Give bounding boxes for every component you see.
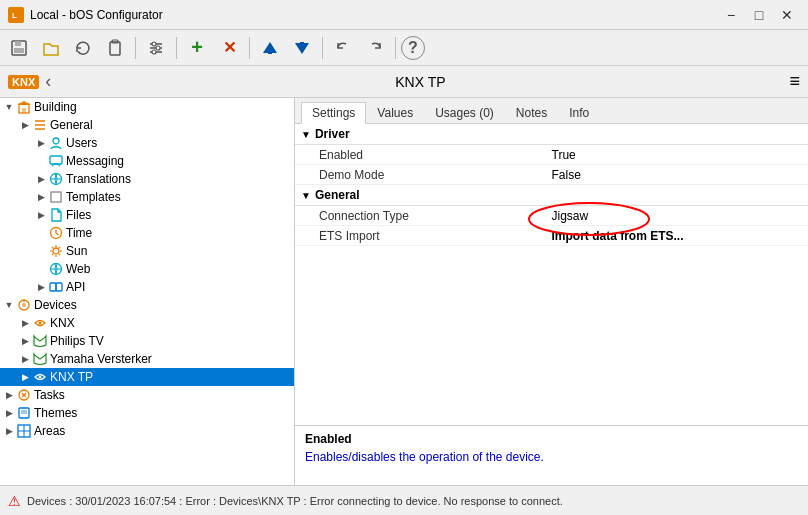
tree-item-knx[interactable]: ▶ KNX	[0, 314, 294, 332]
tree-toggle-knx[interactable]: ▶	[18, 316, 32, 330]
tab-settings[interactable]: Settings	[301, 102, 366, 124]
tree-item-philips[interactable]: ▶ Philips TV	[0, 332, 294, 350]
tree-item-yamaha[interactable]: ▶ Yamaha Versterker	[0, 350, 294, 368]
tree-toggle-users[interactable]: ▶	[34, 136, 48, 150]
tree-toggle-building[interactable]: ▼	[2, 100, 16, 114]
tree-item-translations[interactable]: ▶ Translations	[0, 170, 294, 188]
tree-toggle-files[interactable]: ▶	[34, 208, 48, 222]
add-button[interactable]: +	[182, 34, 212, 62]
tree-label-messaging: Messaging	[66, 154, 124, 168]
tree-item-web[interactable]: ▶ Web	[0, 260, 294, 278]
translations-icon	[48, 171, 64, 187]
svg-point-10	[152, 42, 156, 46]
users-icon	[48, 135, 64, 151]
tab-info[interactable]: Info	[558, 102, 600, 123]
tree-toggle-knxtp[interactable]: ▶	[18, 370, 32, 384]
areas-icon	[16, 423, 32, 439]
tree-item-knxtp[interactable]: ▶ KNX TP	[0, 368, 294, 386]
tab-usages[interactable]: Usages (0)	[424, 102, 505, 123]
tree-label-api: API	[66, 280, 85, 294]
tree-toggle-areas[interactable]: ▶	[2, 424, 16, 438]
tree-item-sun[interactable]: ▶ Sun	[0, 242, 294, 260]
driver-section-header[interactable]: ▼ Driver	[295, 124, 808, 145]
tree-item-areas[interactable]: ▶ Areas	[0, 422, 294, 440]
clipboard-button[interactable]	[100, 34, 130, 62]
prop-name-enabled: Enabled	[319, 148, 552, 162]
help-button[interactable]: ?	[401, 36, 425, 60]
svg-rect-5	[110, 42, 120, 55]
minimize-button[interactable]: −	[718, 5, 744, 25]
svg-rect-18	[22, 108, 26, 113]
toolbar: + ✕ ?	[0, 30, 808, 66]
tree-item-templates[interactable]: ▶ Templates	[0, 188, 294, 206]
yamaha-icon	[32, 351, 48, 367]
svg-text:L: L	[12, 11, 17, 20]
tree-item-files[interactable]: ▶ Files	[0, 206, 294, 224]
svg-rect-14	[268, 49, 272, 54]
back-button[interactable]: ‹	[45, 71, 51, 92]
tree-label-devices: Devices	[34, 298, 77, 312]
knx-logo: KNX	[8, 75, 39, 89]
tree-item-tasks[interactable]: ▶ Tasks	[0, 386, 294, 404]
prop-row-connection[interactable]: Connection Type Jigsaw	[295, 206, 808, 226]
tree-toggle-general[interactable]: ▶	[18, 118, 32, 132]
svg-point-12	[152, 50, 156, 54]
svg-rect-4	[14, 48, 24, 53]
save-button[interactable]	[4, 34, 34, 62]
prop-row-ets[interactable]: ETS Import Import data from ETS...	[295, 226, 808, 246]
svg-point-43	[39, 322, 42, 325]
tree-item-api[interactable]: ▶ API	[0, 278, 294, 296]
svg-point-23	[53, 138, 59, 144]
svg-line-33	[52, 247, 53, 248]
tree-toggle-api[interactable]: ▶	[34, 280, 48, 294]
close-button[interactable]: ✕	[774, 5, 800, 25]
tab-notes[interactable]: Notes	[505, 102, 558, 123]
sun-icon	[48, 243, 64, 259]
tree-toggle-tasks[interactable]: ▶	[2, 388, 16, 402]
tree-label-building: Building	[34, 100, 77, 114]
tree-toggle-yamaha[interactable]: ▶	[18, 352, 32, 366]
config-button[interactable]	[141, 34, 171, 62]
prop-row-enabled[interactable]: Enabled True	[295, 145, 808, 165]
svg-point-11	[156, 46, 160, 50]
tree-toggle-templates[interactable]: ▶	[34, 190, 48, 204]
svg-rect-49	[21, 410, 27, 414]
tree-item-devices[interactable]: ▼ Devices	[0, 296, 294, 314]
tree-toggle-philips[interactable]: ▶	[18, 334, 32, 348]
tree-toggle-devices[interactable]: ▼	[2, 298, 16, 312]
tree-item-time[interactable]: ▶ Time	[0, 224, 294, 242]
maximize-button[interactable]: □	[746, 5, 772, 25]
tree-label-general: General	[50, 118, 93, 132]
open-button[interactable]	[36, 34, 66, 62]
separator-3	[249, 37, 250, 59]
prop-value-enabled: True	[552, 148, 785, 162]
tree-label-knxtp: KNX TP	[50, 370, 93, 384]
svg-line-36	[52, 254, 53, 255]
main-area: ▼ Building ▶ General ▶ Users ▶	[0, 98, 808, 485]
tree-item-general[interactable]: ▶ General	[0, 116, 294, 134]
tree-toggle-themes[interactable]: ▶	[2, 406, 16, 420]
tree-item-messaging[interactable]: ▶ Messaging	[0, 152, 294, 170]
move-up-button[interactable]	[255, 34, 285, 62]
general-section-header[interactable]: ▼ General	[295, 185, 808, 206]
tree-label-yamaha: Yamaha Versterker	[50, 352, 152, 366]
tree-item-themes[interactable]: ▶ Themes	[0, 404, 294, 422]
desc-text: Enables/disables the operation of the de…	[305, 450, 798, 464]
page-title: KNX TP	[395, 74, 445, 90]
redo-button[interactable]	[360, 34, 390, 62]
knxtp-icon	[32, 369, 48, 385]
menu-button[interactable]: ≡	[789, 71, 800, 92]
delete-button[interactable]: ✕	[214, 34, 244, 62]
tab-values[interactable]: Values	[366, 102, 424, 123]
tree-item-building[interactable]: ▼ Building	[0, 98, 294, 116]
undo-button[interactable]	[328, 34, 358, 62]
prop-row-demomode[interactable]: Demo Mode False	[295, 165, 808, 185]
tree-item-users[interactable]: ▶ Users	[0, 134, 294, 152]
reload-button[interactable]	[68, 34, 98, 62]
status-bar: ⚠ Devices : 30/01/2023 16:07:54 : Error …	[0, 485, 808, 515]
move-down-button[interactable]	[287, 34, 317, 62]
status-message: Devices : 30/01/2023 16:07:54 : Error : …	[27, 495, 563, 507]
time-icon	[48, 225, 64, 241]
tree-label-templates: Templates	[66, 190, 121, 204]
tree-toggle-translations[interactable]: ▶	[34, 172, 48, 186]
